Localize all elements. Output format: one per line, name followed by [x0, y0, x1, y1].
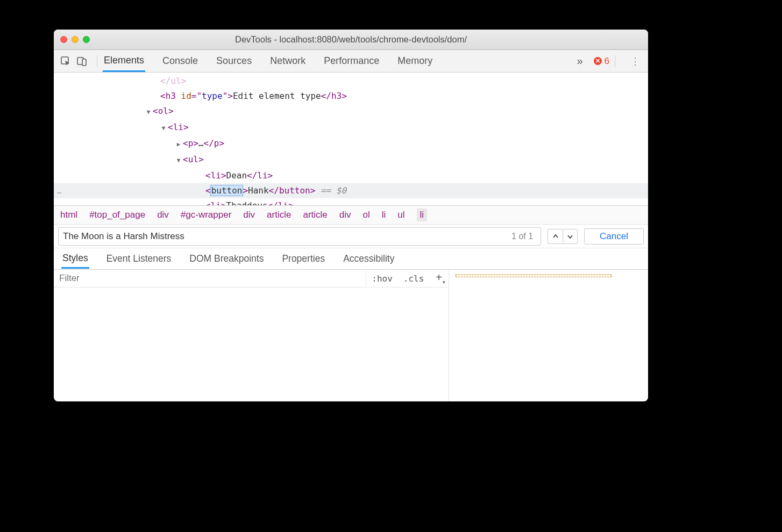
code-token: id [181, 91, 191, 101]
dom-node-row[interactable]: …<button>Hank</button> == $0 [54, 183, 648, 198]
sidebar-tabs: Styles Event Listeners DOM Breakpoints P… [54, 248, 648, 270]
subtab-properties[interactable]: Properties [281, 250, 326, 268]
breadcrumb-item[interactable]: article [303, 210, 327, 220]
code-token: Hank [248, 185, 269, 196]
tab-network[interactable]: Network [269, 51, 307, 71]
dom-node-row[interactable]: <h3 id="type">Edit element type</h3> [54, 89, 648, 104]
tab-memory[interactable]: Memory [396, 51, 433, 71]
search-prev-button[interactable] [548, 229, 563, 244]
breadcrumb-item[interactable]: li [417, 209, 428, 221]
minimize-window-button[interactable] [72, 36, 79, 43]
code-token: button [279, 185, 310, 196]
code-token: Thaddeus [226, 200, 268, 205]
dom-node-row[interactable]: <li>Dean</li> [54, 168, 648, 183]
zoom-window-button[interactable] [83, 36, 90, 43]
error-badge[interactable]: ✕ 6 [594, 56, 609, 67]
breadcrumb-item[interactable]: ol [363, 210, 370, 220]
breadcrumb-item[interactable]: ul [397, 210, 404, 220]
toggle-hover-button[interactable]: :hov [366, 271, 398, 286]
code-token: < [205, 170, 211, 181]
dom-node-row[interactable]: </ul> [54, 74, 648, 89]
code-token: < [183, 154, 188, 164]
caret-down-icon[interactable]: ▼ [160, 121, 167, 136]
tag-edit-input[interactable]: button [211, 185, 243, 196]
code-token: ul [188, 154, 198, 164]
breadcrumb-item[interactable]: div [157, 210, 169, 220]
code-token: li [278, 200, 288, 205]
device-toggle-icon[interactable] [75, 55, 88, 68]
search-bar: 1 of 1 Cancel [54, 225, 648, 248]
code-token: h3 [331, 91, 342, 101]
code-token: > [183, 122, 189, 132]
panel-tabs: Elements Console Sources Network Perform… [103, 51, 572, 72]
new-style-rule-button[interactable]: +▾ [429, 271, 449, 286]
code-token: … [198, 138, 204, 148]
code-token: > [198, 154, 204, 164]
styles-pane: :hov .cls +▾ [54, 270, 648, 401]
tab-elements[interactable]: Elements [103, 51, 145, 72]
breadcrumb-item[interactable]: html [60, 210, 77, 220]
code-token: Edit element type [233, 91, 321, 101]
close-window-button[interactable] [60, 36, 67, 43]
inspect-element-icon[interactable] [59, 55, 72, 68]
breadcrumb-item[interactable]: li [382, 210, 386, 220]
devtools-toolbar: Elements Console Sources Network Perform… [54, 50, 648, 73]
toolbar-separator [615, 55, 615, 67]
subtab-dom-breakpoints[interactable]: DOM Breakpoints [188, 250, 265, 268]
plus-icon: + [436, 271, 442, 283]
code-token: > [310, 185, 316, 196]
toggle-classes-button[interactable]: .cls [398, 271, 430, 286]
styles-right-pane [449, 270, 648, 401]
breadcrumb-item[interactable]: #top_of_page [89, 210, 145, 220]
subtab-event-listeners[interactable]: Event Listeners [105, 250, 173, 268]
dom-node-row[interactable]: ▶<p>…</p> [54, 136, 648, 152]
code-token: ol [158, 106, 168, 116]
subtab-styles[interactable]: Styles [61, 249, 89, 269]
search-next-button[interactable] [563, 229, 578, 244]
tab-performance[interactable]: Performance [323, 51, 380, 71]
code-token [176, 91, 181, 101]
code-token: li [257, 170, 267, 181]
subtab-accessibility[interactable]: Accessibility [342, 250, 395, 268]
code-token: = [191, 91, 197, 101]
toolbar-separator [97, 55, 97, 67]
caret-right-icon[interactable]: ▶ [175, 137, 182, 152]
dom-breadcrumbs: html#top_of_pagediv#gc-wrapperdivarticle… [54, 205, 648, 225]
breadcrumb-item[interactable]: #gc-wrapper [181, 210, 232, 220]
settings-menu-icon[interactable]: ⋮ [628, 55, 643, 67]
styles-left-pane: :hov .cls +▾ [54, 270, 449, 401]
breadcrumb-item[interactable]: div [243, 210, 255, 220]
code-token: == $0 [315, 185, 346, 196]
code-token: p [188, 138, 194, 148]
code-token: > [228, 91, 233, 101]
code-token: type [202, 91, 223, 101]
code-token: </ [269, 185, 279, 196]
dom-node-row[interactable]: ▼<ol> [54, 104, 648, 120]
search-cancel-button[interactable]: Cancel [584, 228, 644, 245]
code-token: li [173, 122, 183, 132]
search-input[interactable] [63, 231, 508, 242]
dom-node-row[interactable]: ▼<li> [54, 120, 648, 136]
code-token: </ [247, 170, 257, 181]
dom-node-row[interactable]: ▼<ul> [54, 152, 648, 168]
dom-node-row[interactable]: <li>Thaddeus</li> [54, 198, 648, 205]
breadcrumb-item[interactable]: div [339, 210, 351, 220]
code-token: Dean [226, 170, 247, 181]
code-token: </ [268, 200, 278, 205]
code-token: > [193, 138, 198, 148]
more-tabs-button[interactable]: » [572, 55, 587, 67]
code-token: </ [204, 138, 214, 148]
box-model-margin [456, 274, 612, 277]
tab-console[interactable]: Console [161, 51, 199, 71]
styles-filter-input[interactable] [54, 270, 366, 287]
code-token: > [288, 200, 294, 205]
dom-tree[interactable]: </ul><h3 id="type">Edit element type</h3… [54, 73, 648, 205]
caret-down-icon[interactable]: ▼ [145, 105, 152, 120]
caret-down-icon[interactable]: ▼ [175, 153, 182, 168]
tab-sources[interactable]: Sources [215, 51, 253, 71]
traffic-lights [60, 36, 90, 43]
breadcrumb-item[interactable]: article [267, 210, 291, 220]
styles-toolbar: :hov .cls +▾ [54, 270, 449, 287]
search-field-container: 1 of 1 [58, 227, 541, 246]
row-actions-icon[interactable]: … [57, 183, 62, 198]
